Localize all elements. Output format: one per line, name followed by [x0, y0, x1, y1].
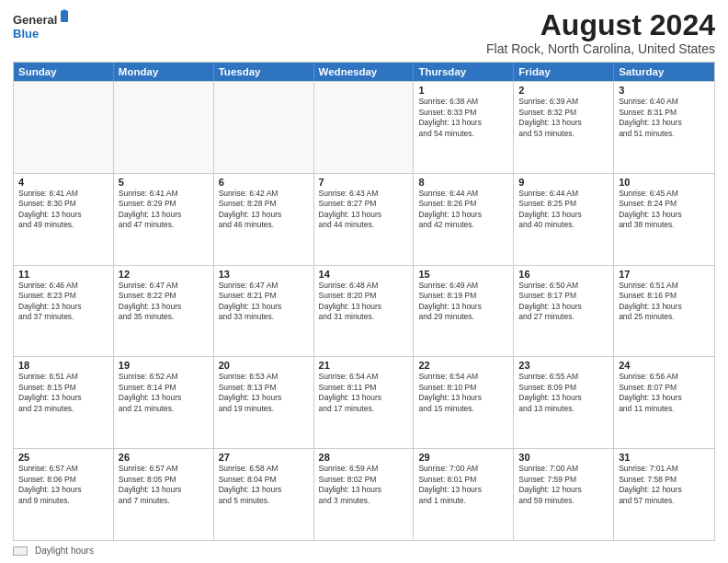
title-block: August 2024 Flat Rock, North Carolina, U…	[486, 9, 715, 56]
legend-box	[13, 546, 28, 556]
day-cell: 10Sunrise: 6:45 AM Sunset: 8:24 PM Dayli…	[614, 174, 714, 265]
day-number: 16	[518, 269, 609, 280]
svg-marker-2	[61, 11, 68, 22]
calendar-week: 25Sunrise: 6:57 AM Sunset: 8:06 PM Dayli…	[14, 448, 714, 540]
day-cell: 6Sunrise: 6:42 AM Sunset: 8:28 PM Daylig…	[214, 174, 314, 265]
day-cell: 14Sunrise: 6:48 AM Sunset: 8:20 PM Dayli…	[314, 266, 415, 357]
day-cell: 18Sunrise: 6:51 AM Sunset: 8:15 PM Dayli…	[14, 357, 114, 448]
day-number: 6	[219, 177, 309, 188]
day-info: Sunrise: 6:50 AM Sunset: 8:17 PM Dayligh…	[518, 281, 609, 323]
day-number: 12	[119, 269, 209, 280]
day-cell: 23Sunrise: 6:55 AM Sunset: 8:09 PM Dayli…	[514, 357, 614, 448]
day-cell: 11Sunrise: 6:46 AM Sunset: 8:23 PM Dayli…	[14, 266, 114, 357]
svg-marker-3	[61, 9, 68, 11]
calendar-header-cell: Monday	[114, 63, 214, 81]
calendar-body: 1Sunrise: 6:38 AM Sunset: 8:33 PM Daylig…	[14, 81, 714, 540]
calendar-header-cell: Wednesday	[314, 63, 415, 81]
day-number: 13	[219, 269, 309, 280]
day-cell: 17Sunrise: 6:51 AM Sunset: 8:16 PM Dayli…	[614, 266, 714, 357]
day-info: Sunrise: 6:40 AM Sunset: 8:31 PM Dayligh…	[619, 97, 710, 139]
header: General Blue August 2024 Flat Rock, Nort…	[13, 9, 715, 56]
day-number: 2	[518, 85, 609, 96]
day-info: Sunrise: 6:51 AM Sunset: 8:15 PM Dayligh…	[18, 372, 108, 414]
day-number: 22	[418, 360, 508, 371]
day-number: 20	[219, 360, 309, 371]
calendar-header-cell: Sunday	[14, 63, 114, 81]
logo-svg: General Blue	[13, 9, 68, 44]
footer: Daylight hours	[13, 546, 715, 556]
empty-cell	[114, 82, 214, 173]
day-info: Sunrise: 6:53 AM Sunset: 8:13 PM Dayligh…	[219, 372, 309, 414]
day-info: Sunrise: 6:47 AM Sunset: 8:22 PM Dayligh…	[119, 281, 209, 323]
day-info: Sunrise: 7:01 AM Sunset: 7:58 PM Dayligh…	[619, 464, 710, 506]
day-number: 26	[119, 452, 209, 463]
svg-text:Blue: Blue	[13, 27, 39, 40]
day-info: Sunrise: 6:46 AM Sunset: 8:23 PM Dayligh…	[18, 281, 108, 323]
day-info: Sunrise: 6:54 AM Sunset: 8:10 PM Dayligh…	[418, 372, 508, 414]
svg-text:General: General	[13, 13, 57, 27]
calendar-header-cell: Tuesday	[214, 63, 314, 81]
calendar-header-cell: Saturday	[614, 63, 714, 81]
day-number: 27	[219, 452, 309, 463]
calendar-week: 1Sunrise: 6:38 AM Sunset: 8:33 PM Daylig…	[14, 81, 714, 173]
day-number: 8	[418, 177, 508, 188]
legend-label: Daylight hours	[35, 546, 94, 556]
day-info: Sunrise: 6:39 AM Sunset: 8:32 PM Dayligh…	[518, 97, 609, 139]
day-number: 29	[418, 452, 508, 463]
calendar-header-cell: Friday	[514, 63, 614, 81]
day-cell: 8Sunrise: 6:44 AM Sunset: 8:26 PM Daylig…	[414, 174, 514, 265]
day-info: Sunrise: 7:00 AM Sunset: 7:59 PM Dayligh…	[518, 464, 609, 506]
day-number: 7	[319, 177, 409, 188]
day-number: 5	[119, 177, 209, 188]
calendar-week: 18Sunrise: 6:51 AM Sunset: 8:15 PM Dayli…	[14, 356, 714, 448]
calendar-week: 4Sunrise: 6:41 AM Sunset: 8:30 PM Daylig…	[14, 173, 714, 265]
day-info: Sunrise: 6:44 AM Sunset: 8:26 PM Dayligh…	[418, 189, 508, 231]
logo: General Blue	[13, 9, 68, 44]
day-cell: 12Sunrise: 6:47 AM Sunset: 8:22 PM Dayli…	[114, 266, 214, 357]
subtitle: Flat Rock, North Carolina, United States	[486, 41, 715, 56]
day-info: Sunrise: 6:57 AM Sunset: 8:06 PM Dayligh…	[18, 464, 108, 506]
day-number: 4	[18, 177, 108, 188]
day-info: Sunrise: 6:58 AM Sunset: 8:04 PM Dayligh…	[219, 464, 309, 506]
day-info: Sunrise: 6:54 AM Sunset: 8:11 PM Dayligh…	[319, 372, 409, 414]
day-info: Sunrise: 6:43 AM Sunset: 8:27 PM Dayligh…	[319, 189, 409, 231]
day-cell: 29Sunrise: 7:00 AM Sunset: 8:01 PM Dayli…	[414, 449, 514, 540]
day-cell: 21Sunrise: 6:54 AM Sunset: 8:11 PM Dayli…	[314, 357, 415, 448]
empty-cell	[214, 82, 314, 173]
day-cell: 13Sunrise: 6:47 AM Sunset: 8:21 PM Dayli…	[214, 266, 314, 357]
day-info: Sunrise: 6:57 AM Sunset: 8:05 PM Dayligh…	[119, 464, 209, 506]
day-cell: 25Sunrise: 6:57 AM Sunset: 8:06 PM Dayli…	[14, 449, 114, 540]
day-number: 17	[619, 269, 710, 280]
calendar-week: 11Sunrise: 6:46 AM Sunset: 8:23 PM Dayli…	[14, 265, 714, 357]
day-number: 24	[619, 360, 710, 371]
empty-cell	[14, 82, 114, 173]
day-info: Sunrise: 6:56 AM Sunset: 8:07 PM Dayligh…	[619, 372, 710, 414]
day-cell: 15Sunrise: 6:49 AM Sunset: 8:19 PM Dayli…	[414, 266, 514, 357]
day-info: Sunrise: 6:55 AM Sunset: 8:09 PM Dayligh…	[518, 372, 609, 414]
day-cell: 20Sunrise: 6:53 AM Sunset: 8:13 PM Dayli…	[214, 357, 314, 448]
calendar-header-cell: Thursday	[414, 63, 514, 81]
calendar: SundayMondayTuesdayWednesdayThursdayFrid…	[13, 62, 715, 541]
day-number: 21	[319, 360, 409, 371]
day-info: Sunrise: 6:41 AM Sunset: 8:30 PM Dayligh…	[18, 189, 108, 231]
page: General Blue August 2024 Flat Rock, Nort…	[0, 0, 728, 563]
calendar-header-row: SundayMondayTuesdayWednesdayThursdayFrid…	[14, 63, 714, 81]
day-info: Sunrise: 6:47 AM Sunset: 8:21 PM Dayligh…	[219, 281, 309, 323]
day-info: Sunrise: 6:44 AM Sunset: 8:25 PM Dayligh…	[518, 189, 609, 231]
day-cell: 2Sunrise: 6:39 AM Sunset: 8:32 PM Daylig…	[514, 82, 614, 173]
day-cell: 30Sunrise: 7:00 AM Sunset: 7:59 PM Dayli…	[514, 449, 614, 540]
day-cell: 9Sunrise: 6:44 AM Sunset: 8:25 PM Daylig…	[514, 174, 614, 265]
empty-cell	[314, 82, 415, 173]
day-number: 10	[619, 177, 710, 188]
day-info: Sunrise: 6:41 AM Sunset: 8:29 PM Dayligh…	[119, 189, 209, 231]
day-cell: 16Sunrise: 6:50 AM Sunset: 8:17 PM Dayli…	[514, 266, 614, 357]
day-number: 1	[418, 85, 508, 96]
day-number: 18	[18, 360, 108, 371]
day-cell: 31Sunrise: 7:01 AM Sunset: 7:58 PM Dayli…	[614, 449, 714, 540]
day-info: Sunrise: 6:52 AM Sunset: 8:14 PM Dayligh…	[119, 372, 209, 414]
day-cell: 1Sunrise: 6:38 AM Sunset: 8:33 PM Daylig…	[414, 82, 514, 173]
day-cell: 26Sunrise: 6:57 AM Sunset: 8:05 PM Dayli…	[114, 449, 214, 540]
day-number: 9	[518, 177, 609, 188]
day-info: Sunrise: 6:45 AM Sunset: 8:24 PM Dayligh…	[619, 189, 710, 231]
day-cell: 3Sunrise: 6:40 AM Sunset: 8:31 PM Daylig…	[614, 82, 714, 173]
